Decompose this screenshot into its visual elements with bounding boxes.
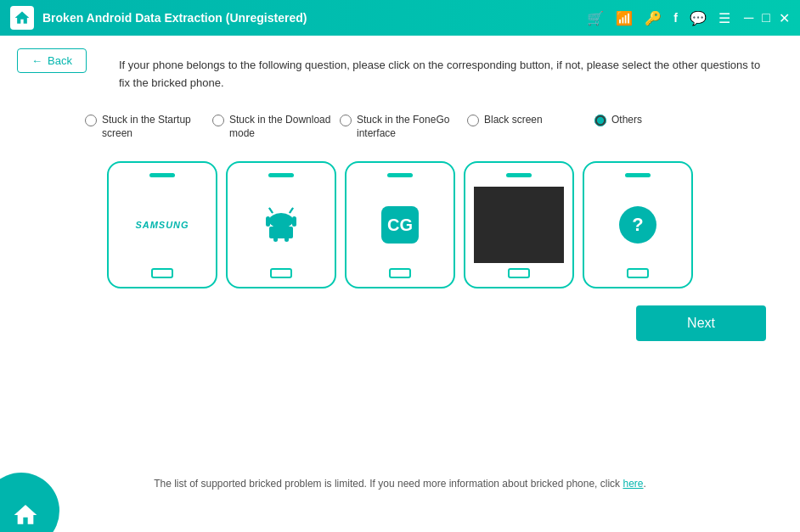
phones-row: SAMSUNG xyxy=(34,161,766,288)
radio-startup[interactable] xyxy=(85,115,97,126)
title-bar: Broken Android Data Extraction (Unregist… xyxy=(0,0,800,36)
minimize-button[interactable]: ─ xyxy=(744,10,753,26)
radio-download[interactable] xyxy=(212,115,224,126)
maximize-button[interactable]: □ xyxy=(762,10,770,26)
phone-fonego-inner: CG xyxy=(346,191,454,259)
cart-icon[interactable]: 🛒 xyxy=(587,10,604,26)
phone-black-screen xyxy=(464,161,574,288)
main-content: ← Back If your phone belongs to the foll… xyxy=(0,36,800,532)
footer-text: The list of supported bricked problem is… xyxy=(154,478,623,490)
phone-samsung: SAMSUNG xyxy=(107,161,217,288)
next-button[interactable]: Next xyxy=(636,305,766,341)
samsung-logo: SAMSUNG xyxy=(135,220,189,230)
back-label: Back xyxy=(48,54,72,67)
footer-suffix: . xyxy=(643,478,645,490)
option-download-label: Stuck in the Download mode xyxy=(229,113,333,142)
footer: The list of supported bricked problem is… xyxy=(0,469,800,498)
footer-link[interactable]: here xyxy=(623,478,643,490)
fonego-letters: CG xyxy=(387,216,413,235)
svg-line-3 xyxy=(290,208,293,213)
window-controls: ─ □ ✕ xyxy=(744,10,790,26)
next-section: Next xyxy=(34,305,766,341)
option-download[interactable]: Stuck in the Download mode xyxy=(209,109,336,145)
close-button[interactable]: ✕ xyxy=(779,10,790,26)
option-others-label: Others xyxy=(611,113,642,127)
back-button[interactable]: ← Back xyxy=(17,48,87,73)
key-icon[interactable]: 🔑 xyxy=(645,10,662,26)
svg-line-2 xyxy=(269,208,273,213)
phone-fonego: CG xyxy=(345,161,455,288)
option-black-label: Black screen xyxy=(484,113,543,127)
facebook-icon[interactable]: f xyxy=(673,11,678,25)
svg-rect-6 xyxy=(292,216,296,227)
wifi-icon[interactable]: 📶 xyxy=(616,10,633,26)
option-startup[interactable]: Stuck in the Startup screen xyxy=(82,109,209,145)
android-robot-icon xyxy=(261,204,301,245)
option-fonego[interactable]: Stuck in the FoneGo interface xyxy=(336,109,464,145)
menu-icon[interactable]: ☰ xyxy=(718,10,730,26)
radio-black[interactable] xyxy=(467,115,479,126)
svg-rect-4 xyxy=(269,213,293,228)
back-arrow-icon: ← xyxy=(31,54,42,67)
svg-rect-8 xyxy=(273,237,278,242)
svg-rect-7 xyxy=(269,227,293,238)
home-icon xyxy=(12,501,39,529)
app-title: Broken Android Data Extraction (Unregist… xyxy=(42,11,587,25)
phone-android-inner xyxy=(228,191,335,259)
svg-rect-5 xyxy=(266,216,270,227)
options-row: Stuck in the Startup screen Stuck in the… xyxy=(34,109,766,145)
fonego-logo: CG xyxy=(381,206,419,244)
phone-others-inner: ? xyxy=(584,191,691,259)
phone-samsung-inner: SAMSUNG xyxy=(109,191,216,259)
radio-fonego[interactable] xyxy=(340,115,352,126)
phone-android xyxy=(226,161,336,288)
chat-icon[interactable]: 💬 xyxy=(690,10,707,26)
option-black[interactable]: Black screen xyxy=(464,109,591,131)
option-fonego-label: Stuck in the FoneGo interface xyxy=(357,113,460,142)
instruction-text: If your phone belongs to the following q… xyxy=(119,57,766,92)
question-mark-icon: ? xyxy=(619,206,656,244)
app-logo xyxy=(10,6,34,30)
option-others[interactable]: Others xyxy=(591,109,718,131)
phone-black-inner xyxy=(474,187,564,263)
phone-others: ? xyxy=(583,161,693,288)
title-bar-nav-icons: 🛒 📶 🔑 f 💬 ☰ xyxy=(587,10,730,26)
radio-others[interactable] xyxy=(594,115,606,126)
svg-rect-9 xyxy=(285,237,289,242)
option-startup-label: Stuck in the Startup screen xyxy=(102,113,206,142)
